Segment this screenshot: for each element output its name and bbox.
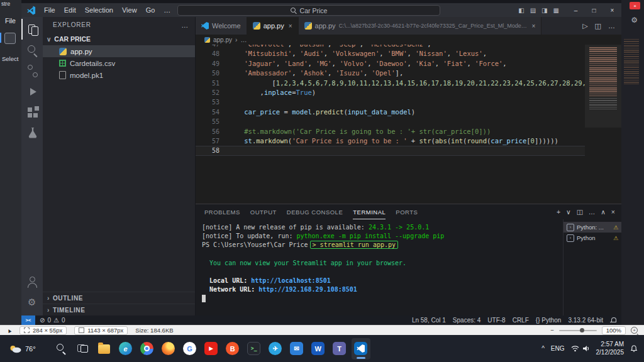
tab-welcome-0[interactable]: Welcome bbox=[196, 17, 247, 35]
menu-go[interactable]: Go bbox=[142, 6, 160, 14]
command-center-search[interactable]: Car Price bbox=[177, 5, 440, 16]
terminal-session-python[interactable]: ›Python⚠ bbox=[564, 233, 621, 243]
code-line-51[interactable]: 51 [1,2,3,4,5,6,7,8,9,10,11,12,13,14,15,… bbox=[196, 79, 621, 88]
tray-expand-icon[interactable]: ^ bbox=[541, 345, 545, 352]
chrome-browser[interactable] bbox=[138, 338, 157, 359]
explorer-more-actions-icon[interactable]: … bbox=[181, 21, 189, 29]
maximize-panel-icon[interactable]: ∧ bbox=[601, 208, 606, 216]
menu-file[interactable]: File bbox=[40, 6, 60, 14]
split-editor-icon[interactable]: ◫ bbox=[595, 22, 601, 30]
code-line-54[interactable]: 54 car_price = model.predict(input_data_… bbox=[196, 107, 621, 117]
zoom-in-icon[interactable]: + bbox=[631, 327, 638, 334]
panel-tab-terminal[interactable]: TERMINAL bbox=[353, 204, 386, 219]
terminal-output[interactable]: [notice] A new release of pip is availab… bbox=[196, 219, 563, 315]
background-file-menu[interactable]: File bbox=[5, 17, 16, 25]
remote-indicator[interactable]: >< bbox=[21, 315, 35, 325]
clock[interactable]: 2:57 AM 2/12/2025 bbox=[596, 341, 625, 356]
activity-testing[interactable] bbox=[21, 123, 43, 143]
minimap-slider[interactable] bbox=[585, 45, 621, 128]
terminal-session-python[interactable]: ›Python: ...⚠ bbox=[564, 222, 621, 233]
minimap[interactable] bbox=[585, 45, 621, 204]
code-line-56[interactable]: 56 #st.markdown('Car Price is going to b… bbox=[196, 127, 621, 136]
close-tab-icon[interactable]: × bbox=[289, 23, 292, 30]
file-item-app-py[interactable]: app.py bbox=[43, 45, 195, 57]
indentation[interactable]: Spaces: 4 bbox=[453, 317, 480, 324]
vscode-app[interactable] bbox=[352, 338, 370, 359]
breadcrumb[interactable]: app.py › … bbox=[196, 35, 621, 45]
youtube-app[interactable]: ▶ bbox=[202, 338, 221, 359]
zoom-slider[interactable] bbox=[559, 330, 597, 331]
code-line-53[interactable]: 53 bbox=[196, 97, 621, 107]
firefox-browser[interactable] bbox=[159, 338, 178, 359]
task-view[interactable] bbox=[74, 338, 92, 359]
code-line-50[interactable]: 50 'Ambassador', 'Ashok', 'Isuzu', 'Opel… bbox=[196, 69, 621, 78]
zoom-slider-knob[interactable] bbox=[580, 328, 584, 332]
brave-browser[interactable]: B bbox=[223, 338, 242, 359]
activity-run-debug[interactable] bbox=[21, 81, 43, 102]
run-python-file-icon[interactable]: ▷ bbox=[582, 22, 587, 30]
background-app-close-button[interactable]: × bbox=[630, 2, 640, 9]
background-app-settings-icon[interactable]: ⚙ bbox=[631, 16, 638, 25]
code-line-58[interactable]: 58 bbox=[196, 146, 621, 155]
panel-tab-debug-console[interactable]: DEBUG CONSOLE bbox=[287, 204, 343, 219]
terminal-app[interactable]: >_ bbox=[245, 338, 264, 359]
eol[interactable]: CRLF bbox=[513, 317, 529, 324]
language-mode[interactable]: {} Python bbox=[536, 317, 562, 324]
language-indicator[interactable]: ENG bbox=[551, 345, 565, 352]
taskbar-search[interactable] bbox=[52, 338, 71, 359]
close-panel-icon[interactable]: × bbox=[611, 208, 615, 216]
edge-browser[interactable]: e bbox=[116, 338, 135, 359]
menu-edit[interactable]: Edit bbox=[60, 6, 80, 14]
teams-app[interactable]: T bbox=[330, 338, 349, 359]
code-line-47[interactable]: 47 'Chevrolet', 'Datsun', 'Jeep', 'Merce… bbox=[196, 45, 621, 49]
encoding[interactable]: UTF-8 bbox=[487, 317, 505, 324]
notifications-icon[interactable] bbox=[630, 345, 638, 353]
breadcrumb-file[interactable]: app.py bbox=[213, 36, 232, 43]
customize-layout-icon[interactable]: ▦ bbox=[553, 7, 559, 14]
toggle-panel-icon[interactable]: ▤ bbox=[530, 7, 536, 14]
minimize-button[interactable]: – bbox=[567, 3, 585, 17]
activity-explorer[interactable] bbox=[21, 19, 43, 40]
google-app[interactable]: G bbox=[180, 338, 199, 359]
activity-settings[interactable] bbox=[21, 292, 43, 313]
menu-view[interactable]: View bbox=[118, 6, 142, 14]
activity-account[interactable] bbox=[21, 272, 43, 292]
python-interpreter[interactable]: 3.13.2 64-bit bbox=[568, 317, 603, 324]
section-timeline[interactable]: ›TIMELINE bbox=[43, 304, 195, 315]
maximize-button[interactable]: □ bbox=[585, 3, 603, 17]
toggle-primary-sidebar-icon[interactable]: ◧ bbox=[518, 7, 524, 14]
background-tool-button[interactable] bbox=[4, 33, 16, 44]
problems-status[interactable]: ⊘ 0 ⚠ 0 bbox=[35, 317, 65, 324]
new-terminal-icon[interactable]: + bbox=[557, 208, 560, 216]
notifications-bell-icon[interactable] bbox=[610, 317, 616, 324]
editor-more-actions-icon[interactable]: … bbox=[608, 22, 615, 30]
telegram-app[interactable]: ✈ bbox=[266, 338, 285, 359]
word-app[interactable]: W bbox=[309, 338, 328, 359]
zoom-out-icon[interactable]: − bbox=[550, 327, 554, 334]
close-tab-icon[interactable]: × bbox=[532, 23, 536, 30]
vscode-logo-icon[interactable] bbox=[26, 6, 36, 15]
code-line-57[interactable]: 57 st.markdown('Car Price is going to be… bbox=[196, 136, 621, 146]
menu-selection[interactable]: Selection bbox=[80, 6, 118, 14]
terminal-more-actions-icon[interactable]: … bbox=[589, 208, 596, 216]
breadcrumb-more[interactable]: … bbox=[240, 36, 247, 43]
mail-app[interactable]: ✉ bbox=[287, 338, 306, 359]
activity-search[interactable] bbox=[21, 40, 43, 60]
file-item-model-pk1[interactable]: model.pk1 bbox=[43, 69, 195, 81]
file-item-cardetails-csv[interactable]: Cardetails.csv bbox=[43, 57, 195, 69]
code-editor[interactable]: 47 'Chevrolet', 'Datsun', 'Jeep', 'Merce… bbox=[196, 45, 621, 204]
toggle-secondary-sidebar-icon[interactable]: ◨ bbox=[541, 7, 547, 14]
panel-tab-problems[interactable]: PROBLEMS bbox=[204, 204, 240, 219]
project-root-row[interactable]: ∨ CAR PRICE bbox=[43, 33, 195, 45]
tray-status-icons[interactable] bbox=[571, 345, 590, 352]
code-line-55[interactable]: 55 bbox=[196, 117, 621, 126]
weather-widget[interactable]: 76° bbox=[6, 344, 38, 353]
code-line-48[interactable]: 48 'Mitsubishi', 'Audi', 'Volkswagen', '… bbox=[196, 49, 621, 58]
panel-tab-ports[interactable]: PORTS bbox=[396, 204, 418, 219]
file-explorer[interactable] bbox=[95, 338, 114, 359]
close-button[interactable]: × bbox=[603, 3, 621, 17]
code-line-52[interactable]: 52 ,inplace=True) bbox=[196, 88, 621, 97]
tab-app-py-1[interactable]: app.py× bbox=[247, 17, 299, 35]
terminal-launch-profile-icon[interactable]: ∨ bbox=[566, 208, 571, 216]
cursor-position[interactable]: Ln 58, Col 1 bbox=[412, 317, 446, 324]
